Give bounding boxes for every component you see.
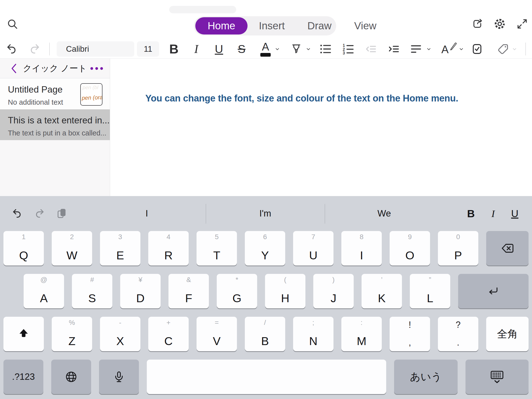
- key-y[interactable]: 6Y: [245, 231, 285, 266]
- strikethrough-button[interactable]: S: [233, 41, 250, 57]
- redo-button[interactable]: [26, 41, 43, 57]
- key-i[interactable]: 8I: [341, 231, 382, 266]
- return-key[interactable]: [458, 274, 529, 308]
- key-k[interactable]: ’K: [362, 274, 402, 308]
- indent-button[interactable]: [385, 41, 402, 57]
- share-button[interactable]: [468, 15, 486, 33]
- font-name-selector[interactable]: Calibri: [57, 41, 134, 57]
- todo-tag-button[interactable]: [469, 41, 485, 57]
- paste-button[interactable]: [53, 205, 70, 222]
- settings-button[interactable]: [491, 15, 509, 33]
- highlight-button[interactable]: [288, 41, 305, 57]
- page-title: This is a text entered in...: [8, 115, 110, 126]
- key-p[interactable]: 0P: [438, 231, 478, 266]
- page-list-item[interactable]: Untitled Page No additional text pen (bl…: [0, 79, 110, 109]
- shift-icon: [17, 328, 30, 340]
- window-drag-handle[interactable]: [169, 6, 236, 13]
- numbers-key[interactable]: .?123: [3, 360, 43, 394]
- dismiss-keyboard-key[interactable]: [466, 360, 529, 394]
- tag-button[interactable]: [495, 41, 512, 57]
- bullet-list-button[interactable]: [317, 41, 334, 57]
- page-canvas[interactable]: You can change the font, size and colour…: [110, 59, 532, 196]
- numbered-list-button[interactable]: 1 2 3: [340, 41, 357, 57]
- dot-icon: [95, 67, 98, 70]
- suggestion-2[interactable]: I'm: [259, 208, 271, 219]
- key-v[interactable]: =V: [197, 317, 237, 351]
- key-m[interactable]: :M: [341, 317, 382, 351]
- tab-view[interactable]: View: [343, 17, 388, 34]
- keyboard-underline-button[interactable]: U: [507, 208, 523, 219]
- zenkaku-key[interactable]: 全角: [486, 317, 529, 351]
- key-punct-![interactable]: !,: [390, 317, 430, 351]
- key-o[interactable]: 9O: [390, 231, 430, 266]
- styles-button[interactable]: A: [440, 41, 457, 57]
- globe-key[interactable]: [51, 360, 91, 394]
- italic-button[interactable]: I: [188, 41, 205, 57]
- key-sublabel: .: [438, 337, 478, 348]
- key-punct-?[interactable]: ?.: [438, 317, 478, 351]
- key-a[interactable]: @A: [24, 274, 64, 308]
- suggestion-1[interactable]: I: [146, 208, 148, 219]
- undo-button[interactable]: [3, 41, 20, 57]
- key-n[interactable]: ;N: [293, 317, 333, 351]
- key-sublabel: %: [52, 319, 92, 327]
- align-button[interactable]: [408, 41, 424, 57]
- key-d[interactable]: ¥D: [120, 274, 161, 308]
- keyboard-redo-button[interactable]: [31, 205, 48, 222]
- kana-key[interactable]: あいう: [394, 360, 458, 394]
- key-c[interactable]: +C: [148, 317, 189, 351]
- key-u[interactable]: 7U: [293, 231, 333, 266]
- key-f[interactable]: &F: [168, 274, 209, 308]
- font-color-button[interactable]: A: [257, 41, 274, 57]
- key-label: E: [100, 249, 140, 262]
- redo-icon: [28, 43, 41, 55]
- key-q[interactable]: 1Q: [3, 231, 44, 266]
- key-label: X: [100, 334, 140, 348]
- bold-button[interactable]: B: [166, 41, 182, 57]
- key-w[interactable]: 2W: [52, 231, 92, 266]
- font-size-selector[interactable]: 11: [137, 41, 159, 57]
- key-s[interactable]: #S: [72, 274, 112, 308]
- font-color-dropdown[interactable]: [273, 41, 282, 57]
- space-key[interactable]: [147, 360, 386, 394]
- dictation-key[interactable]: [99, 360, 139, 394]
- key-x[interactable]: -X: [100, 317, 140, 351]
- key-b[interactable]: /B: [245, 317, 285, 351]
- keyboard-bold-button[interactable]: B: [463, 208, 479, 220]
- key-g[interactable]: *G: [217, 274, 257, 308]
- key-sublabel: =: [197, 319, 237, 327]
- highlight-dropdown[interactable]: [304, 41, 313, 57]
- key-t[interactable]: 5T: [197, 231, 237, 266]
- tag-dropdown[interactable]: [510, 41, 519, 57]
- key-z[interactable]: %Z: [52, 317, 92, 351]
- key-sublabel: *: [217, 276, 257, 284]
- key-j[interactable]: )J: [313, 274, 354, 308]
- tab-insert[interactable]: Insert: [248, 17, 296, 34]
- bullet-list-icon: [319, 43, 332, 55]
- search-button[interactable]: [3, 15, 21, 33]
- shift-key[interactable]: [3, 317, 44, 351]
- onenote-app: Home Insert Draw View: [0, 0, 532, 399]
- backspace-key[interactable]: [486, 231, 529, 266]
- keyboard-row-4: .?123 あいう: [3, 360, 529, 394]
- page-list-item-selected[interactable]: This is a text entered in... The text is…: [0, 109, 110, 140]
- key-h[interactable]: (H: [265, 274, 305, 308]
- tab-home[interactable]: Home: [195, 17, 248, 34]
- key-l[interactable]: ”L: [410, 274, 450, 308]
- align-dropdown[interactable]: [425, 41, 433, 57]
- styles-dropdown[interactable]: [457, 41, 466, 57]
- key-r[interactable]: 4R: [148, 231, 189, 266]
- search-icon: [6, 18, 18, 30]
- tab-draw[interactable]: Draw: [296, 17, 343, 34]
- keyboard-italic-button[interactable]: I: [485, 208, 501, 219]
- more-options-button[interactable]: [90, 67, 103, 70]
- suggestion-3[interactable]: We: [378, 208, 391, 219]
- underline-button[interactable]: U: [211, 41, 227, 57]
- key-label: I: [341, 249, 382, 262]
- key-e[interactable]: 3E: [100, 231, 140, 266]
- key-sublabel: 6: [245, 233, 285, 241]
- fullscreen-button[interactable]: [513, 15, 531, 33]
- outdent-button[interactable]: [363, 41, 379, 57]
- keyboard-undo-button[interactable]: [9, 205, 25, 222]
- expand-icon: [516, 18, 528, 30]
